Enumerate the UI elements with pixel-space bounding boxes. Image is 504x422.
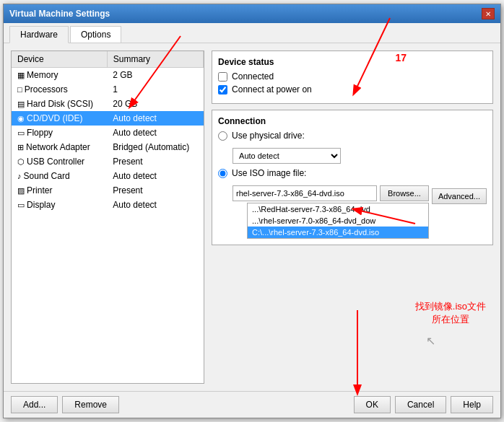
device-name: Hard Disk (SCSI) [27, 99, 93, 109]
table-row[interactable]: ▤ Hard Disk (SCSI)20 GB [12, 97, 204, 111]
table-row[interactable]: ⊞ Network AdapterBridged (Automatic) [12, 140, 204, 154]
iso-option-1[interactable]: ...\RedHat-server-7.3-x86_64-dvd [248, 203, 428, 215]
right-button-group: OK Cancel Help [354, 396, 493, 413]
device-name: Processors [25, 84, 68, 94]
connected-checkbox[interactable] [218, 72, 227, 82]
main-content: Device Summary ▦ Memory2 GB□ Processors1… [4, 43, 500, 391]
help-button[interactable]: Help [451, 396, 493, 413]
device-name: Sound Card [24, 171, 70, 181]
left-button-group: Add... Remove [11, 396, 119, 413]
device-name: Floppy [27, 128, 53, 138]
device-icon: ▦ [17, 71, 27, 79]
iso-option-3[interactable]: C:\...\rhel-server-7.3-x86_64-dvd.iso [248, 227, 428, 238]
table-row[interactable]: ▨ PrinterPresent [12, 183, 204, 198]
physical-drive-row: Use physical drive: [218, 131, 487, 141]
connect-power-row: Connect at power on [218, 84, 487, 94]
device-cell: ▭ Display [12, 198, 107, 212]
device-name: Display [27, 200, 55, 210]
device-icon: ▭ [17, 128, 27, 137]
device-icon: ♪ [17, 172, 24, 180]
iso-image-radio[interactable] [218, 169, 227, 178]
device-cell: □ Processors [12, 82, 107, 97]
device-summary: Auto detect [107, 169, 203, 183]
device-status-title: Device status [218, 57, 487, 67]
device-summary: 2 GB [107, 68, 203, 83]
col-summary: Summary [107, 51, 203, 68]
device-cell: ▭ Floppy [12, 126, 107, 140]
table-row[interactable]: □ Processors1 [12, 82, 204, 97]
remove-button[interactable]: Remove [62, 396, 119, 413]
chinese-note: 找到镜像.iso文件所在位置 [415, 300, 486, 326]
device-summary: 20 GB [107, 97, 203, 111]
physical-drive-label: Use physical drive: [232, 131, 305, 141]
iso-image-label: Use ISO image file: [232, 168, 306, 178]
device-icon: ▨ [17, 186, 27, 195]
device-cell: ▤ Hard Disk (SCSI) [12, 97, 107, 111]
advanced-button[interactable]: Advanced... [432, 188, 487, 204]
tabs-bar: Hardware Options [4, 23, 500, 43]
iso-path-input[interactable] [233, 185, 377, 201]
device-cell: ⬡ USB Controller [12, 154, 107, 169]
device-summary: 1 [107, 82, 203, 97]
physical-drive-dropdown[interactable]: Auto detect [233, 148, 341, 164]
device-cell: ▨ Printer [12, 183, 107, 198]
connected-row: Connected [218, 71, 487, 82]
physical-drive-radio[interactable] [218, 131, 227, 141]
device-icon: ▤ [17, 100, 27, 108]
iso-dropdown-list: ...\RedHat-server-7.3-x86_64-dvd ...\rhe… [247, 203, 429, 239]
radio-group: Use physical drive: Auto detect Use ISO … [218, 131, 487, 239]
connection-title: Connection [218, 116, 487, 126]
tab-options[interactable]: Options [70, 26, 121, 43]
table-row[interactable]: ◉ CD/DVD (IDE)Auto detect [12, 111, 204, 126]
connect-power-label: Connect at power on [232, 84, 312, 94]
connected-label: Connected [232, 71, 274, 82]
physical-drive-dropdown-container: Auto detect [233, 148, 487, 164]
device-summary: Present [107, 183, 203, 198]
tab-hardware[interactable]: Hardware [9, 26, 69, 43]
iso-image-row: Use ISO image file: [218, 168, 487, 178]
device-status-section: Device status Connected Connect at power… [212, 50, 493, 104]
cursor-indicator: ↖ [426, 334, 435, 348]
device-name: Printer [27, 185, 52, 195]
device-list-panel: Device Summary ▦ Memory2 GB□ Processors1… [11, 50, 204, 384]
table-row[interactable]: ▭ DisplayAuto detect [12, 198, 204, 212]
table-row[interactable]: ⬡ USB ControllerPresent [12, 154, 204, 169]
device-cell: ◉ CD/DVD (IDE) [12, 111, 107, 126]
device-icon: ◉ [17, 114, 27, 123]
device-table: Device Summary ▦ Memory2 GB□ Processors1… [12, 51, 204, 212]
window-title: Virtual Machine Settings [9, 9, 110, 19]
device-name: Memory [27, 70, 58, 80]
device-name: USB Controller [27, 157, 84, 167]
table-row[interactable]: ▭ FloppyAuto detect [12, 126, 204, 140]
device-summary: Bridged (Automatic) [107, 140, 203, 154]
cancel-button[interactable]: Cancel [395, 396, 446, 413]
bottom-bar: Add... Remove OK Cancel Help [4, 391, 500, 418]
device-cell: ♪ Sound Card [12, 169, 107, 183]
title-bar: Virtual Machine Settings ✕ [4, 4, 500, 23]
ok-button[interactable]: OK [354, 396, 391, 413]
col-device: Device [12, 51, 107, 68]
device-summary: Auto detect [107, 126, 203, 140]
connection-section: Connection Use physical drive: Auto dete… [212, 110, 493, 245]
device-cell: ⊞ Network Adapter [12, 140, 107, 154]
iso-option-2[interactable]: ...\rhel-server-7.0-x86_64-dvd_dow [248, 215, 428, 227]
connect-power-checkbox[interactable] [218, 85, 227, 94]
virtual-machine-settings-window: Virtual Machine Settings ✕ Hardware Opti… [3, 4, 501, 418]
device-cell: ▦ Memory [12, 68, 107, 83]
device-icon: ▭ [17, 201, 27, 209]
device-summary: Auto detect [107, 111, 203, 126]
device-icon: ⬡ [17, 157, 27, 166]
close-button[interactable]: ✕ [482, 8, 495, 19]
annotation-17: 17 [395, 52, 407, 63]
device-name: CD/DVD (IDE) [27, 113, 82, 123]
table-row[interactable]: ▦ Memory2 GB [12, 68, 204, 83]
device-name: Network Adapter [26, 142, 90, 152]
add-button[interactable]: Add... [11, 396, 58, 413]
device-summary: Auto detect [107, 198, 203, 212]
device-icon: □ [17, 85, 25, 94]
table-row[interactable]: ♪ Sound CardAuto detect [12, 169, 204, 183]
browse-button[interactable]: Browse... [380, 185, 429, 201]
device-summary: Present [107, 154, 203, 169]
device-icon: ⊞ [17, 143, 26, 151]
right-panel: 17 Device status Connected Connect at po… [212, 50, 493, 384]
